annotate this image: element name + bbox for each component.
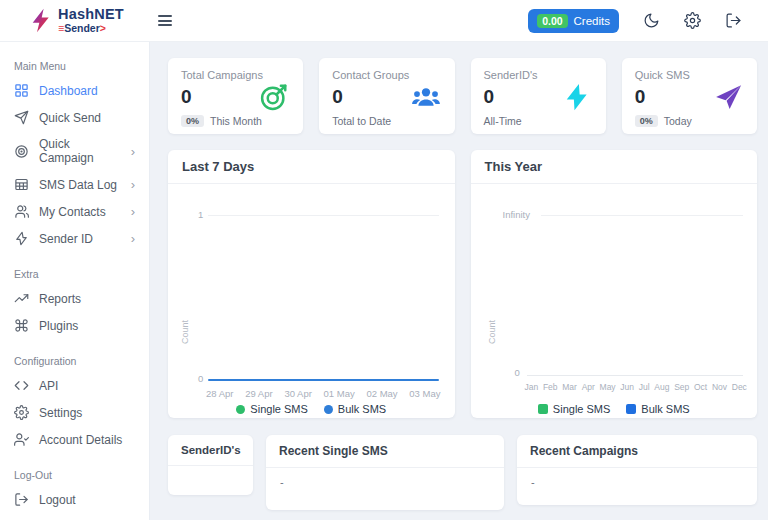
- sidebar-item-sms-data-log[interactable]: SMS Data Log ›: [0, 171, 149, 198]
- credits-amount-badge: 0.00: [537, 14, 567, 28]
- sidebar-section-configuration: Configuration: [0, 347, 149, 372]
- send-icon: [14, 110, 29, 125]
- axis-tick-label: 29 Apr: [245, 388, 272, 399]
- axis-tick-label: Mar: [562, 382, 577, 392]
- users-group-icon: [411, 82, 441, 112]
- axis-tick-label: 01 May: [324, 388, 355, 399]
- stat-title: Quick SMS: [635, 69, 744, 81]
- sidebar-item-plugins[interactable]: Plugins: [0, 312, 149, 339]
- sidebar-item-logout[interactable]: Logout: [0, 486, 149, 513]
- percent-badge: 0%: [181, 115, 204, 127]
- gear-icon[interactable]: [684, 12, 701, 29]
- lightning-icon: [562, 82, 592, 112]
- chevron-right-icon: ›: [131, 232, 135, 245]
- gear-icon: [14, 405, 29, 420]
- sidebar-item-quick-campaign[interactable]: Quick Campaign ›: [0, 131, 149, 171]
- brand-text: HashNET ≡Sender>: [58, 7, 124, 33]
- stat-card-senderids: SenderID's 0 All-Time: [471, 58, 606, 134]
- trending-up-icon: [14, 291, 29, 306]
- sidebar-item-my-contacts[interactable]: My Contacts ›: [0, 198, 149, 225]
- axis-tick-label: Jul: [639, 382, 650, 392]
- axis-tick-label: Aug: [654, 382, 669, 392]
- sidebar-item-api[interactable]: API: [0, 372, 149, 399]
- legend-item-single-sms[interactable]: Single SMS: [236, 403, 307, 415]
- grid-icon: [14, 83, 29, 98]
- moon-icon[interactable]: [643, 12, 660, 29]
- main-content: Total Campaigns 0 0% This Month Contact …: [150, 42, 768, 520]
- sidebar-section-main-menu: Main Menu: [0, 52, 149, 77]
- y-axis-label: Count: [487, 320, 497, 344]
- legend-square-icon: [538, 404, 548, 414]
- gridline: [208, 215, 439, 216]
- legend-dot-icon: [324, 405, 333, 414]
- charts-row: Last 7 Days 1 Count 0 28 Apr29 Apr30 Apr…: [168, 150, 757, 418]
- axis-tick-label: Nov: [712, 382, 727, 392]
- stat-title: Contact Groups: [332, 69, 441, 81]
- axis-tick-label: 30 Apr: [284, 388, 311, 399]
- sidebar-item-reports[interactable]: Reports: [0, 285, 149, 312]
- stat-title: SenderID's: [484, 69, 593, 81]
- brand-logo[interactable]: HashNET ≡Sender>: [28, 7, 150, 34]
- sidebar-item-account-details[interactable]: Account Details: [0, 426, 149, 453]
- panel-title: Recent Single SMS: [266, 435, 504, 468]
- stat-card-total-campaigns: Total Campaigns 0 0% This Month: [168, 58, 303, 134]
- axis-tick-label: May: [600, 382, 616, 392]
- table-icon: [14, 177, 29, 192]
- brand-mark-icon: [28, 7, 53, 34]
- stat-card-contact-groups: Contact Groups 0 Total to Date: [319, 58, 454, 134]
- chevron-right-icon: ›: [131, 145, 135, 158]
- logout-icon: [14, 492, 29, 507]
- brand-subname: ≡Sender>: [58, 23, 124, 34]
- header-actions: 0.00 Credits: [528, 9, 742, 33]
- stat-card-quick-sms: Quick SMS 0 0% Today: [622, 58, 757, 134]
- sidebar-item-dashboard[interactable]: Dashboard: [0, 77, 149, 104]
- x-axis-line: [527, 375, 744, 376]
- target-dart-icon: [259, 82, 289, 112]
- chart-title: This Year: [471, 150, 758, 184]
- x-axis-labels: 28 Apr29 Apr30 Apr01 May02 May03 May: [206, 388, 441, 399]
- stat-subtitle: This Month: [210, 115, 262, 127]
- brand-name: HashNET: [58, 7, 124, 22]
- stat-title: Total Campaigns: [181, 69, 290, 81]
- y-axis-tick: Infinity: [503, 209, 530, 220]
- bolt-icon: [14, 231, 29, 246]
- stat-cards-row: Total Campaigns 0 0% This Month Contact …: [168, 58, 757, 134]
- app-header: HashNET ≡Sender> 0.00 Credits: [0, 0, 768, 42]
- y-axis-tick: 0: [198, 373, 203, 384]
- logout-icon[interactable]: [725, 12, 742, 29]
- sidebar-item-sender-id[interactable]: Sender ID ›: [0, 225, 149, 252]
- code-icon: [14, 378, 29, 393]
- legend-item-bulk-sms[interactable]: Bulk SMS: [626, 403, 689, 415]
- sidebar-item-settings[interactable]: Settings: [0, 399, 149, 426]
- axis-tick-label: 28 Apr: [206, 388, 233, 399]
- line-chart-last-7-days: 1 Count 0 28 Apr29 Apr30 Apr01 May02 May…: [168, 184, 455, 421]
- y-axis-label: Count: [180, 320, 190, 344]
- axis-tick-label: Jun: [620, 382, 634, 392]
- axis-tick-label: Feb: [543, 382, 558, 392]
- panel-recent-campaigns: Recent Campaigns -: [517, 435, 757, 505]
- sidebar-section-extra: Extra: [0, 260, 149, 285]
- y-axis-tick: 0: [515, 367, 520, 378]
- axis-tick-label: Jan: [525, 382, 539, 392]
- axis-tick-label: Dec: [732, 382, 747, 392]
- chart-legend: Single SMS Bulk SMS: [168, 403, 455, 415]
- panel-title: Recent Campaigns: [517, 435, 757, 468]
- sidebar-item-quick-send[interactable]: Quick Send: [0, 104, 149, 131]
- axis-tick-label: 02 May: [366, 388, 397, 399]
- stat-subtitle: All-Time: [484, 115, 522, 127]
- users-icon: [14, 204, 29, 219]
- chart-card-last-7-days: Last 7 Days 1 Count 0 28 Apr29 Apr30 Apr…: [168, 150, 455, 418]
- y-axis-tick: 1: [198, 209, 203, 220]
- bar-chart-this-year: Infinity Count 0 JanFebMarAprMayJunJulAu…: [471, 184, 758, 421]
- paper-plane-icon: [713, 82, 743, 112]
- credits-button[interactable]: 0.00 Credits: [528, 9, 619, 33]
- legend-item-single-sms[interactable]: Single SMS: [538, 403, 610, 415]
- stat-subtitle: Total to Date: [332, 115, 391, 127]
- panel-body: -: [266, 468, 504, 496]
- credits-label: Credits: [574, 15, 610, 27]
- axis-tick-label: Oct: [694, 382, 707, 392]
- hamburger-menu-icon[interactable]: [154, 9, 176, 33]
- axis-tick-label: 03 May: [409, 388, 440, 399]
- gridline: [541, 215, 744, 216]
- legend-item-bulk-sms[interactable]: Bulk SMS: [324, 403, 386, 415]
